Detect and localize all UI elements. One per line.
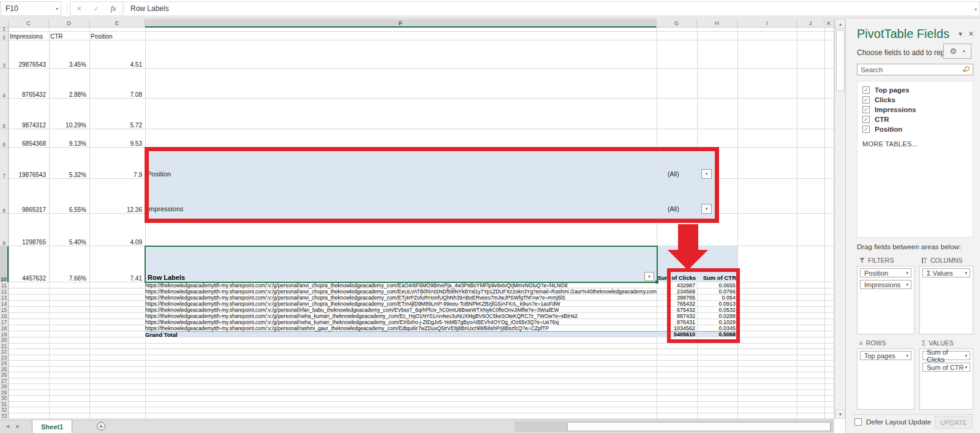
- cell-ctr[interactable]: 3.45%: [49, 61, 88, 69]
- field-chip[interactable]: Sum of Clicks▾: [922, 351, 970, 360]
- row-header-3[interactable]: 3: [0, 40, 9, 69]
- cell-ctr[interactable]: 6.55%: [49, 206, 88, 214]
- new-sheet-button[interactable]: +: [97, 422, 105, 431]
- prev-sheet-icon[interactable]: ◄: [5, 423, 15, 429]
- column-header-C[interactable]: C: [9, 19, 49, 28]
- field-list-item[interactable]: ✓ Impressions: [858, 105, 973, 115]
- row-header-6[interactable]: 6: [0, 129, 9, 148]
- row-header-14[interactable]: 14: [0, 301, 9, 307]
- cell-impressions[interactable]: 6854368: [9, 140, 48, 148]
- field-chip[interactable]: Sum of CTR▾: [922, 363, 970, 372]
- tools-button[interactable]: ⚙ ▾: [943, 43, 971, 59]
- row-header-4[interactable]: 4: [0, 69, 9, 99]
- defer-checkbox-unchecked[interactable]: [854, 418, 862, 426]
- chevron-down-icon[interactable]: ▾: [965, 353, 967, 358]
- cell-position[interactable]: 7.41: [89, 274, 144, 282]
- cell-position[interactable]: 4.09: [89, 238, 144, 246]
- field-checkbox-checked[interactable]: ✓: [862, 116, 870, 123]
- column-header-I[interactable]: I: [737, 19, 797, 28]
- cell-position[interactable]: 9.53: [89, 140, 144, 148]
- column-header-H[interactable]: H: [697, 19, 737, 28]
- chevron-down-icon[interactable]: ▾: [906, 271, 908, 276]
- row-header-9[interactable]: 9: [0, 214, 9, 246]
- update-button[interactable]: UPDATE: [935, 416, 973, 429]
- field-list-item[interactable]: ✓ Top pages: [858, 85, 973, 95]
- confirm-icon[interactable]: ✓: [94, 5, 99, 13]
- field-checkbox-checked[interactable]: ✓: [862, 106, 870, 113]
- column-header-F[interactable]: F: [145, 19, 657, 28]
- row-header-11[interactable]: 11: [0, 282, 9, 288]
- chevron-down-icon[interactable]: ▾: [965, 271, 967, 276]
- field-chip[interactable]: Top pages▾: [860, 351, 911, 360]
- next-sheet-icon[interactable]: ►: [15, 423, 26, 429]
- vertical-scrollbar-thumb[interactable]: [836, 30, 845, 91]
- pivot-table-row[interactable]: https://theknowledgeacademytth-my.sharep…: [145, 313, 737, 319]
- chevron-down-icon[interactable]: ▾: [965, 365, 967, 370]
- formula-input[interactable]: Row Labels ▾: [124, 1, 980, 16]
- name-box[interactable]: F10 ▾: [0, 1, 61, 16]
- field-list-item[interactable]: ✓ Clicks: [858, 95, 973, 105]
- row-header-13[interactable]: 13: [0, 295, 9, 301]
- field-chip[interactable]: Impressions▾: [860, 280, 911, 289]
- cell-position-header[interactable]: Position: [91, 33, 113, 40]
- cancel-icon[interactable]: ✕: [76, 5, 81, 13]
- scroll-up-icon[interactable]: ▲: [835, 19, 845, 29]
- fill-handle[interactable]: [655, 281, 658, 284]
- cell-position[interactable]: 4.51: [89, 61, 144, 69]
- search-icon[interactable]: [965, 66, 970, 71]
- field-chip[interactable]: Position▾: [860, 268, 911, 277]
- cell-impressions[interactable]: 9874312: [9, 121, 48, 129]
- pivot-table-row[interactable]: https://theknowledgeacademytth-my.sharep…: [145, 325, 737, 331]
- search-input[interactable]: Search: [857, 64, 973, 75]
- cell-impressions[interactable]: 29876543: [9, 61, 48, 69]
- columns-area[interactable]: Σ Values▾: [919, 266, 973, 334]
- row-header-1[interactable]: 1: [0, 28, 9, 32]
- pivot-table-row[interactable]: https://theknowledgeacademytth-my.sharep…: [145, 288, 737, 295]
- cell-ctr[interactable]: 2.88%: [49, 91, 88, 99]
- field-chip[interactable]: Σ Values▾: [922, 268, 970, 277]
- pivot-table-row[interactable]: https://theknowledgeacademytth-my.sharep…: [145, 307, 737, 313]
- row-header-7[interactable]: 7: [0, 148, 9, 179]
- chevron-down-icon[interactable]: ▾: [906, 282, 908, 287]
- column-header-K[interactable]: K: [824, 19, 834, 28]
- cell-position[interactable]: 5.72: [89, 121, 144, 129]
- cell-impressions-header[interactable]: Impressions: [10, 33, 43, 40]
- sheet-nav-arrows[interactable]: ◄►: [5, 423, 26, 429]
- row-header-12[interactable]: 12: [0, 288, 9, 295]
- cell-impressions[interactable]: 19876543: [9, 171, 48, 179]
- row-header-2[interactable]: 2: [0, 32, 9, 40]
- field-checkbox-checked[interactable]: ✓: [862, 96, 870, 104]
- row-header-5[interactable]: 5: [0, 99, 9, 129]
- scroll-down-icon[interactable]: ▼: [835, 409, 845, 419]
- field-list-item[interactable]: ✓ CTR: [858, 115, 973, 124]
- sheet-tab-active[interactable]: Sheet1: [32, 420, 72, 433]
- sheet-cells[interactable]: Impressions CTR Position Position (All) …: [0, 28, 834, 419]
- cell-ctr[interactable]: 9.13%: [49, 140, 88, 148]
- expand-formula-bar-icon[interactable]: ▾: [974, 7, 977, 12]
- cell-ctr[interactable]: 10.29%: [49, 121, 88, 129]
- row-header-17[interactable]: 17: [0, 319, 9, 325]
- name-box-dropdown-icon[interactable]: ▾: [56, 6, 58, 12]
- grand-total-row[interactable]: Grand Total 5405610 0.5068: [145, 331, 737, 337]
- horizontal-scrollbar-thumb[interactable]: [567, 422, 831, 431]
- row-header-33[interactable]: 33: [0, 413, 9, 420]
- cell-position[interactable]: 7.9: [89, 171, 144, 179]
- pivot-table-row[interactable]: https://theknowledgeacademytth-my.sharep…: [145, 282, 737, 288]
- column-header-D[interactable]: D: [49, 19, 89, 28]
- row-header-8[interactable]: 8: [0, 179, 9, 214]
- cell-ctr-header[interactable]: CTR: [50, 33, 63, 40]
- field-list-item[interactable]: ✓ Position: [858, 124, 973, 134]
- cell-impressions[interactable]: 1298765: [9, 238, 48, 246]
- filters-area[interactable]: Position▾Impressions▾: [857, 266, 914, 334]
- cell-position[interactable]: 12.36: [89, 206, 144, 214]
- cell-ctr[interactable]: 5.32%: [49, 171, 88, 179]
- cell-ctr[interactable]: 5.40%: [49, 238, 88, 246]
- row-header-16[interactable]: 16: [0, 313, 9, 319]
- row-header-15[interactable]: 15: [0, 307, 9, 313]
- cell-impressions[interactable]: 4457632: [9, 274, 48, 282]
- field-checkbox-checked[interactable]: ✓: [862, 126, 870, 133]
- column-header-E[interactable]: E: [89, 19, 145, 28]
- cell-position[interactable]: 7.08: [89, 91, 144, 99]
- pivot-table-row[interactable]: https://theknowledgeacademytth-my.sharep…: [145, 319, 737, 325]
- cell-impressions[interactable]: 9865317: [9, 206, 48, 214]
